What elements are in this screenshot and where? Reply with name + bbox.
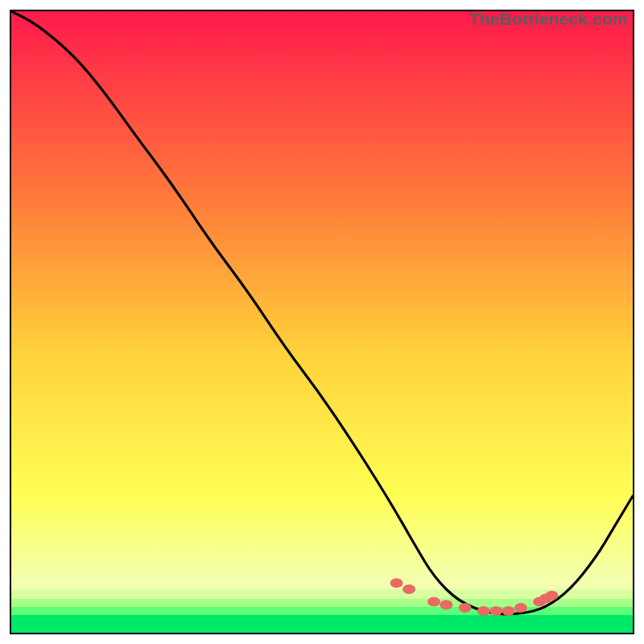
- optimal-dot: [402, 584, 415, 594]
- optimal-dot: [489, 606, 502, 616]
- optimal-dot: [477, 606, 490, 616]
- bottleneck-curve-layer: [11, 11, 633, 633]
- optimal-dot: [390, 578, 403, 588]
- bottleneck-curve: [11, 11, 633, 614]
- optimal-dot: [546, 591, 559, 601]
- optimal-dot: [502, 606, 515, 616]
- plot-frame: TheBottleneck.com: [10, 10, 634, 634]
- chart-root: { "watermark": "TheBottleneck.com", "col…: [0, 0, 644, 644]
- optimal-dot: [440, 600, 452, 609]
- optimal-dot: [427, 597, 440, 606]
- optimal-dot: [459, 603, 472, 613]
- optimal-dot: [514, 603, 527, 613]
